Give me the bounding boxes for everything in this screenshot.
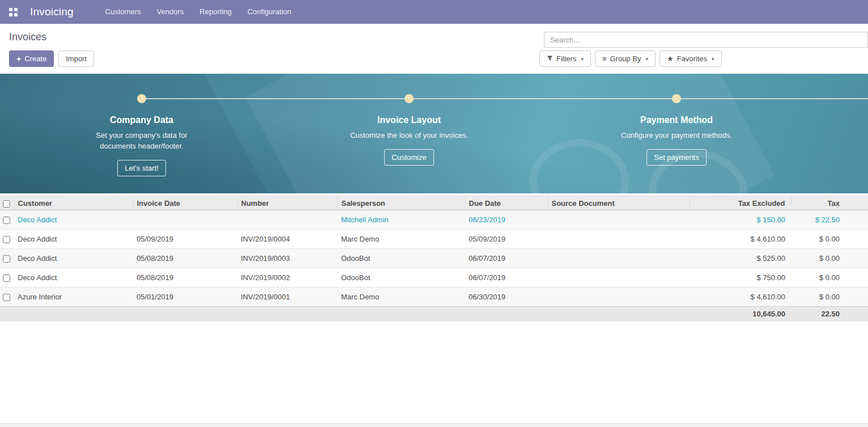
cell-tax[interactable]: $ 0.00 [791, 230, 868, 249]
cell-due-date[interactable]: 06/07/2019 [465, 268, 548, 288]
cell-customer[interactable]: Deco Addict [14, 249, 133, 268]
lets-start-button[interactable]: Let's start! [117, 160, 166, 176]
action-buttons: + Create Import [9, 50, 94, 67]
step-payment-method: Payment Method Configure your payment me… [543, 74, 810, 176]
cell-due-date[interactable]: 06/07/2019 [465, 249, 548, 268]
cell-tax[interactable]: $ 0.00 [791, 268, 868, 288]
cell-salesperson[interactable]: Marc Demo [338, 230, 465, 249]
row-checkbox[interactable] [3, 255, 10, 263]
horizontal-scrollbar[interactable] [0, 423, 868, 427]
cell-tax-excluded[interactable]: $ 150.00 [690, 210, 791, 230]
step-title: Invoice Layout [377, 115, 441, 125]
cell-number[interactable]: INV/2019/0003 [237, 249, 338, 268]
step-invoice-layout: Invoice Layout Customize the look of you… [275, 74, 543, 176]
customize-button[interactable]: Customize [384, 149, 433, 166]
column-header-salesperson[interactable]: Salesperson [338, 196, 465, 210]
apps-grid-square [14, 13, 18, 16]
cell-source-document[interactable] [548, 268, 690, 288]
cell-salesperson[interactable]: Marc Demo [338, 288, 465, 307]
group-by-button[interactable]: ≡ Group By ▾ [595, 50, 656, 67]
cell-salesperson[interactable]: OdooBot [338, 268, 465, 288]
search-input[interactable] [544, 32, 868, 48]
table-row[interactable]: Deco Addict 05/08/2019 INV/2019/0003 Odo… [0, 249, 868, 268]
cell-invoice-date[interactable]: 05/01/2019 [133, 288, 237, 307]
app-name[interactable]: Invoicing [30, 6, 74, 18]
cell-source-document[interactable] [548, 210, 690, 230]
menu-configuration[interactable]: Configuration [240, 0, 299, 24]
row-checkbox[interactable] [3, 274, 10, 282]
cell-customer[interactable]: Deco Addict [14, 230, 133, 249]
cell-number[interactable] [237, 210, 338, 230]
row-checkbox[interactable] [3, 217, 10, 224]
import-button[interactable]: Import [58, 50, 94, 67]
row-checkbox[interactable] [3, 236, 10, 243]
column-header-tax[interactable]: Tax [791, 196, 868, 210]
column-header-tax-excluded[interactable]: Tax Excluded [690, 196, 791, 210]
caret-down-icon: ▾ [581, 56, 584, 62]
column-header-source-document[interactable]: Source Document [548, 196, 690, 210]
cell-tax-excluded[interactable]: $ 750.00 [690, 268, 791, 288]
cell-tax[interactable]: $ 0.00 [791, 288, 868, 307]
table-header: Customer Invoice Date Number Salesperson… [0, 196, 868, 210]
cell-invoice-date[interactable]: 05/08/2019 [133, 249, 237, 268]
cell-due-date[interactable]: 06/30/2019 [465, 288, 548, 307]
cell-tax[interactable]: $ 0.00 [791, 249, 868, 268]
cell-tax-excluded[interactable]: $ 525.00 [690, 249, 791, 268]
cell-invoice-date[interactable]: 05/09/2019 [133, 230, 237, 249]
step-description: Set your company's data for documents he… [77, 130, 206, 152]
top-navbar: Invoicing Customers Vendors Reporting Co… [0, 0, 868, 24]
cell-number[interactable]: INV/2019/0001 [237, 288, 338, 307]
footer-empty-cell [338, 307, 465, 322]
table-row[interactable]: Deco Addict 05/09/2019 INV/2019/0004 Mar… [0, 230, 868, 249]
menu-customers[interactable]: Customers [97, 0, 149, 24]
menu-vendors[interactable]: Vendors [149, 0, 192, 24]
row-checkbox-cell [0, 288, 14, 307]
cell-customer[interactable]: Azure Interior [14, 288, 133, 307]
favorites-button-label: Favorites [677, 54, 707, 63]
row-checkbox-cell [0, 210, 14, 230]
group-by-icon: ≡ [602, 54, 607, 63]
table-row[interactable]: Deco Addict Mitchell Admin 06/23/2019 $ … [0, 210, 868, 230]
step-title: Payment Method [640, 115, 713, 125]
cell-customer[interactable]: Deco Addict [14, 210, 133, 230]
cell-source-document[interactable] [548, 249, 690, 268]
cell-salesperson[interactable]: OdooBot [338, 249, 465, 268]
table-row[interactable]: Azure Interior 05/01/2019 INV/2019/0001 … [0, 288, 868, 307]
filters-button[interactable]: Filters ▾ [539, 50, 591, 67]
cell-source-document[interactable] [548, 288, 690, 307]
caret-down-icon: ▾ [645, 56, 648, 62]
column-header-number[interactable]: Number [237, 196, 338, 210]
column-header-due-date[interactable]: Due Date [465, 196, 548, 210]
footer-empty-cell [548, 307, 690, 322]
cell-number[interactable]: INV/2019/0004 [237, 230, 338, 249]
cell-tax[interactable]: $ 22.50 [791, 210, 868, 230]
table-row[interactable]: Deco Addict 05/08/2019 INV/2019/0002 Odo… [0, 268, 868, 288]
row-checkbox-cell [0, 230, 14, 249]
cell-customer[interactable]: Deco Addict [14, 268, 133, 288]
control-panel: Invoices + Create Import Filters ▾ ≡ Gro… [0, 24, 868, 74]
cell-due-date[interactable]: 06/23/2019 [465, 210, 548, 230]
cell-tax-excluded[interactable]: $ 4,610.00 [690, 288, 791, 307]
column-header-invoice-date[interactable]: Invoice Date [133, 196, 237, 210]
invoice-table-body: Deco Addict Mitchell Admin 06/23/2019 $ … [0, 210, 868, 307]
cell-tax-excluded[interactable]: $ 4,610.00 [690, 230, 791, 249]
page-title: Invoices [9, 31, 46, 43]
column-header-customer[interactable]: Customer [14, 196, 133, 210]
menu-reporting[interactable]: Reporting [192, 0, 239, 24]
cell-invoice-date[interactable] [133, 210, 237, 230]
apps-menu-icon[interactable] [9, 8, 18, 16]
cell-number[interactable]: INV/2019/0002 [237, 268, 338, 288]
cell-due-date[interactable]: 05/09/2019 [465, 230, 548, 249]
set-payments-button[interactable]: Set payments [646, 149, 707, 166]
cell-salesperson[interactable]: Mitchell Admin [338, 210, 465, 230]
cell-source-document[interactable] [548, 230, 690, 249]
caret-down-icon: ▾ [712, 56, 714, 62]
filter-icon [547, 54, 553, 63]
favorites-button[interactable]: ★ Favorites ▾ [659, 50, 722, 67]
cell-invoice-date[interactable]: 05/08/2019 [133, 268, 237, 288]
select-all-checkbox[interactable] [3, 200, 10, 208]
row-checkbox[interactable] [3, 294, 10, 301]
create-button[interactable]: + Create [9, 50, 54, 67]
navbar-menus: Customers Vendors Reporting Configuratio… [97, 0, 299, 24]
star-icon: ★ [667, 54, 674, 63]
